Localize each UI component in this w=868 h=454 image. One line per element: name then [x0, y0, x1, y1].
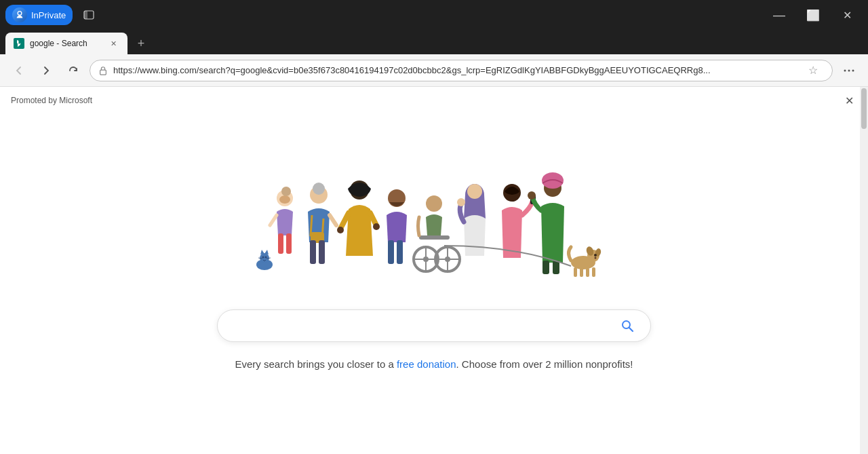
search-icon — [620, 319, 634, 333]
svg-rect-68 — [592, 267, 595, 277]
svg-line-12 — [270, 215, 277, 225]
svg-line-70 — [629, 328, 633, 331]
inprivate-icon — [15, 10, 24, 20]
svg-rect-24 — [310, 240, 316, 264]
svg-point-50 — [467, 184, 482, 199]
svg-rect-25 — [319, 240, 325, 264]
main-content: Every search brings you closer to a free… — [0, 114, 868, 454]
inprivate-avatar — [12, 7, 27, 22]
svg-rect-57 — [553, 261, 559, 274]
svg-line-28 — [340, 213, 349, 229]
svg-rect-67 — [586, 268, 589, 277]
svg-point-8 — [279, 195, 290, 204]
search-input[interactable] — [229, 320, 610, 332]
svg-marker-15 — [260, 250, 264, 254]
svg-point-30 — [337, 227, 344, 233]
svg-point-64 — [595, 257, 597, 259]
sidebar-toggle-button[interactable] — [78, 4, 100, 26]
scrollbar[interactable] — [860, 87, 868, 454]
tab-bar: google - Search ✕ + — [0, 30, 868, 54]
svg-rect-2 — [14, 38, 24, 49]
svg-point-4 — [844, 69, 846, 71]
page-content: Promoted by Microsoft ✕ — [0, 87, 868, 454]
svg-point-35 — [426, 195, 442, 212]
refresh-icon — [68, 65, 79, 76]
promo-text: Promoted by Microsoft — [11, 96, 92, 105]
svg-line-26 — [330, 215, 336, 225]
bing-favicon-icon — [14, 38, 24, 49]
svg-rect-11 — [286, 233, 292, 254]
close-button[interactable]: ✕ — [831, 4, 863, 26]
new-tab-button[interactable]: + — [132, 34, 151, 53]
svg-rect-33 — [388, 240, 394, 264]
svg-rect-3 — [100, 70, 106, 75]
tagline-after: . Choose from over 2 million nonprofits! — [456, 358, 633, 370]
inprivate-label: InPrivate — [31, 10, 66, 20]
promo-bar: Promoted by Microsoft ✕ — [0, 87, 868, 114]
forward-icon — [41, 65, 52, 76]
svg-point-58 — [528, 191, 536, 200]
svg-rect-56 — [542, 261, 549, 274]
people-svg — [251, 157, 617, 293]
tagline-before: Every search brings you closer to a — [235, 358, 397, 370]
inprivate-badge[interactable]: InPrivate — [5, 5, 73, 25]
people-illustration — [251, 157, 617, 293]
svg-rect-66 — [580, 268, 583, 277]
lock-icon — [98, 66, 108, 75]
active-tab[interactable]: google - Search ✕ — [5, 33, 127, 54]
svg-point-18 — [265, 257, 267, 259]
svg-rect-34 — [397, 240, 403, 264]
browser-window: InPrivate — ⬜ ✕ google - Search ✕ + — [0, 0, 868, 454]
svg-point-31 — [373, 223, 380, 230]
more-icon — [843, 64, 855, 77]
svg-point-22 — [313, 183, 325, 195]
tagline: Every search brings you closer to a free… — [235, 358, 633, 370]
svg-rect-65 — [574, 267, 577, 277]
tab-close-button[interactable]: ✕ — [107, 37, 119, 50]
svg-point-9 — [281, 187, 291, 196]
refresh-button[interactable] — [62, 60, 84, 81]
minimize-button[interactable]: — — [764, 4, 795, 26]
svg-marker-16 — [264, 250, 269, 254]
svg-point-5 — [848, 69, 850, 71]
promo-close-button[interactable]: ✕ — [841, 92, 857, 109]
svg-point-51 — [457, 198, 465, 206]
svg-rect-1 — [84, 11, 87, 19]
svg-rect-10 — [278, 233, 283, 254]
url-text: https://www.bing.com/search?q=google&cvi… — [113, 65, 797, 75]
svg-rect-36 — [419, 235, 450, 240]
settings-more-button[interactable] — [838, 60, 860, 81]
svg-point-63 — [594, 254, 597, 257]
tagline-link[interactable]: free donation — [397, 358, 456, 370]
address-input[interactable]: https://www.bing.com/search?q=google&cvi… — [90, 60, 833, 81]
back-button[interactable] — [8, 60, 30, 81]
title-bar: InPrivate — ⬜ ✕ — [0, 0, 868, 30]
sidebar-icon — [83, 10, 94, 20]
svg-point-17 — [262, 257, 264, 259]
scroll-thumb[interactable] — [861, 88, 867, 129]
address-bar: https://www.bing.com/search?q=google&cvi… — [0, 54, 868, 87]
maximize-button[interactable]: ⬜ — [797, 4, 829, 26]
search-box-wrapper — [217, 309, 651, 342]
tab-title: google - Search — [30, 39, 102, 48]
forward-button[interactable] — [35, 60, 57, 81]
svg-point-6 — [852, 69, 854, 71]
favorites-button[interactable]: ☆ — [802, 60, 824, 81]
search-box[interactable] — [217, 309, 651, 342]
back-icon — [14, 65, 24, 76]
search-button[interactable] — [615, 314, 639, 338]
